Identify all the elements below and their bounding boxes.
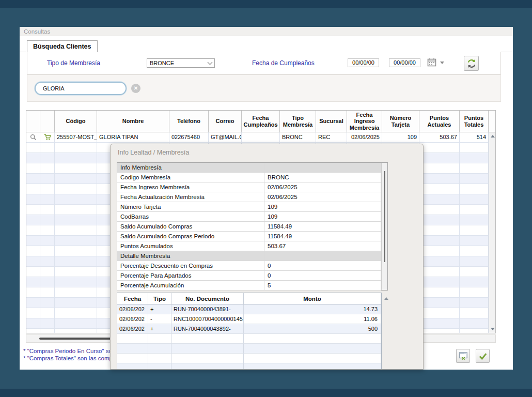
row-label: Codigo Membresía: [117, 173, 264, 182]
col-monto[interactable]: Monto: [244, 293, 381, 304]
dialog-title: Info Lealtad / Membresía: [118, 149, 189, 156]
col-cart[interactable]: [40, 111, 55, 132]
col-numero-tarjeta[interactable]: Número Tarjeta: [382, 111, 419, 132]
close-window-button[interactable]: [456, 349, 470, 363]
cell-telefono[interactable]: 022675460: [169, 132, 209, 143]
row-label: Saldo Acumulado Compras Periodo: [117, 232, 264, 241]
section-label: Detalle Membresía: [117, 251, 264, 261]
transactions-table: Fecha Tipo No. Documento Monto 02/06/202…: [117, 293, 382, 370]
birthday-label: Fecha de Cumpleaños: [252, 59, 315, 67]
window-close-icon: [459, 352, 468, 360]
tx-doc: RUN-7004000043892-: [171, 324, 244, 334]
transactions-header: Fecha Tipo No. Documento Monto: [117, 293, 381, 304]
tx-doc: RNC100007004000000145-: [171, 314, 244, 324]
col-sucursal[interactable]: Sucursal: [316, 111, 347, 132]
cell-puntos-totales[interactable]: 514: [460, 132, 489, 143]
tab-busqueda-clientes[interactable]: Búsqueda Clientes: [27, 40, 98, 52]
grid-row[interactable]: Porcentaje Acumulación 5: [117, 281, 387, 291]
grid-row[interactable]: Saldo Acumulado Compras Periodo 11584.49: [117, 232, 387, 241]
membership-type-label: Tipo de Membresía: [47, 59, 100, 67]
col-tipo[interactable]: Tipo: [148, 293, 171, 304]
cell-numero-tarjeta[interactable]: 109: [382, 132, 419, 143]
membership-type-select[interactable]: BRONCE: [147, 58, 215, 68]
row-label: CodBarras: [117, 212, 264, 222]
col-correo[interactable]: Correo: [209, 111, 242, 132]
row-value: 0: [264, 261, 381, 271]
grid-row[interactable]: Fecha Actualización Membresía 02/06/2025: [117, 192, 387, 202]
grid-row[interactable]: Puntos Acumulados 503.67: [117, 241, 387, 251]
table-row[interactable]: 255507-MOST_ GLORIA TIPAN 022675460 GT@M…: [26, 132, 495, 143]
tx-monto: 11.06: [244, 314, 381, 324]
refresh-icon: [466, 58, 477, 69]
transactions-body: 02/06/202 + RUN-7004000043891- 14.73 02/…: [117, 304, 381, 370]
row-value: 109: [264, 202, 381, 212]
row-cart-icon[interactable]: [40, 132, 55, 143]
info-lealtad-dialog: Info Lealtad / Membresía Info Membresía …: [110, 144, 424, 370]
col-documento[interactable]: No. Documento: [171, 293, 244, 304]
tx-tipo: +: [148, 324, 171, 334]
col-puntos-actuales[interactable]: Puntos Actuales: [419, 111, 460, 132]
scroll-up-icon[interactable]: [491, 135, 495, 138]
row-value: 109: [264, 212, 381, 222]
search-input[interactable]: GLORIA: [35, 82, 127, 95]
calendar-dropdown-icon[interactable]: [440, 62, 444, 64]
row-value: 02/06/2025: [264, 182, 381, 192]
row-label: Porcentaje Descuento en Compras: [117, 261, 264, 271]
col-telefono[interactable]: Teléfono: [169, 111, 209, 132]
col-fecha[interactable]: Fecha: [117, 293, 148, 304]
grid-row[interactable]: Porcentaje Descuento en Compras 0: [117, 261, 387, 271]
tx-monto: 14.73: [244, 304, 381, 314]
col-fecha-ingreso[interactable]: Fecha Ingreso Membresía: [347, 111, 382, 132]
section-value: [264, 163, 381, 173]
grid-row[interactable]: CodBarras 109: [117, 212, 387, 222]
transaction-row[interactable]: 02/06/202 - RNC100007004000000145- 11.06: [117, 314, 381, 324]
birthday-from-input[interactable]: 00/00/00: [348, 58, 379, 67]
cell-fecha-ingreso[interactable]: 02/06/2025: [347, 132, 382, 143]
col-puntos-totales[interactable]: Puntos Totales: [460, 111, 489, 132]
cell-fecha-cumpleanos[interactable]: [242, 132, 280, 143]
cell-correo[interactable]: GT@MAIL.C: [209, 132, 242, 143]
tx-tipo: -: [148, 314, 171, 324]
birthday-to-input[interactable]: 00/00/00: [389, 58, 420, 67]
grid-section-row: Detalle Membresía: [117, 251, 387, 261]
grid-row[interactable]: Número Tarjeta 109: [117, 202, 387, 212]
search-panel: GLORIA ✕: [27, 74, 501, 102]
cell-nombre[interactable]: GLORIA TIPAN: [97, 132, 169, 143]
propgrid-scrollbar[interactable]: [381, 163, 387, 290]
section-value: [264, 251, 381, 261]
transaction-row[interactable]: 02/06/202 + RUN-7004000043892- 500: [117, 324, 381, 334]
col-search[interactable]: [26, 111, 40, 132]
tx-scroll-up-icon[interactable]: [384, 297, 388, 300]
refresh-button[interactable]: [464, 56, 479, 71]
cell-tipo-membresia[interactable]: BRONC: [280, 132, 316, 143]
transaction-row[interactable]: 02/06/202 + RUN-7004000043891- 14.73: [117, 304, 381, 314]
col-fecha-cumpleanos[interactable]: Fecha Cumpleaños: [242, 111, 280, 132]
cell-puntos-actuales[interactable]: 503.67: [419, 132, 460, 143]
empty-row: [117, 344, 381, 354]
cell-sucursal[interactable]: REC: [316, 132, 347, 143]
col-nombre[interactable]: Nombre: [97, 111, 169, 132]
cell-codigo[interactable]: 255507-MOST_: [55, 132, 97, 143]
col-codigo[interactable]: Código: [55, 111, 97, 132]
clear-search-icon[interactable]: ✕: [131, 84, 140, 93]
scrollbar-thumb[interactable]: [384, 171, 385, 262]
membership-type-value: BRONCE: [150, 60, 174, 66]
confirm-button[interactable]: [476, 349, 490, 363]
row-label: Porcentaje Acumulación: [117, 281, 264, 291]
grid-row[interactable]: Codigo Membresía BRONC: [117, 173, 387, 182]
grid-row[interactable]: Fecha Ingreso Membresía 02/06/2025: [117, 182, 387, 192]
row-search-icon[interactable]: [26, 132, 40, 143]
row-value: 11584.49: [264, 222, 381, 232]
calendar-icon[interactable]: [427, 58, 436, 67]
membership-property-grid: Info Membresía Codigo Membresía BRONC Fe…: [117, 162, 388, 291]
empty-row: [117, 363, 381, 370]
grid-row[interactable]: Porcentaje Para Apartados 0: [117, 271, 387, 281]
grid-row[interactable]: Saldo Acumulado Compras 11584.49: [117, 222, 387, 232]
menu-consultas[interactable]: Consultas: [20, 27, 513, 36]
tx-fecha: 02/06/202: [117, 304, 148, 314]
results-vertical-scrollbar[interactable]: [489, 132, 495, 333]
col-tipo-membresia[interactable]: Tipo Membresía: [280, 111, 316, 132]
scroll-down-icon[interactable]: [491, 328, 495, 330]
empty-row: [117, 354, 381, 363]
check-icon: [478, 352, 488, 360]
